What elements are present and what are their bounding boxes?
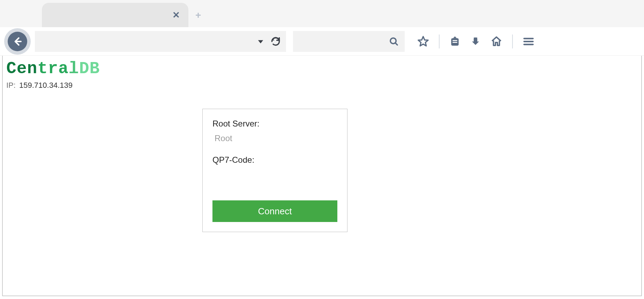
- page-viewport: CentralDB IP: 159.710.34.139 Root Server…: [2, 56, 642, 296]
- address-bar[interactable]: [35, 31, 286, 52]
- svg-marker-11: [472, 41, 479, 45]
- browser-toolbar: [0, 27, 644, 56]
- svg-rect-6: [452, 40, 457, 41]
- svg-line-3: [395, 43, 397, 45]
- toolbar-divider: [439, 34, 440, 48]
- ip-line: IP: 159.710.34.139: [6, 81, 638, 90]
- list-icon[interactable]: [449, 36, 460, 47]
- svg-marker-1: [258, 40, 263, 43]
- svg-rect-7: [452, 42, 457, 43]
- svg-rect-10: [474, 37, 477, 41]
- connect-button[interactable]: Connect: [212, 200, 337, 222]
- code-label: QP7-Code:: [212, 155, 337, 165]
- svg-marker-9: [453, 36, 457, 38]
- back-button-inner: [8, 32, 27, 51]
- close-icon[interactable]: ✕: [172, 10, 180, 21]
- app-logo: CentralDB: [6, 59, 638, 78]
- root-server-label: Root Server:: [212, 119, 337, 129]
- search-bar[interactable]: [293, 31, 405, 52]
- code-input[interactable]: [212, 168, 337, 187]
- svg-marker-4: [418, 36, 428, 46]
- browser-tab[interactable]: ✕: [42, 3, 188, 27]
- root-server-group: Root Server:: [212, 119, 337, 151]
- dropdown-icon[interactable]: [257, 38, 264, 45]
- new-tab-button[interactable]: +: [195, 10, 201, 21]
- toolbar-divider: [512, 34, 513, 48]
- menu-icon[interactable]: [523, 36, 534, 47]
- toolbar-icon-group: [417, 34, 534, 48]
- search-icon[interactable]: [389, 36, 399, 47]
- reload-icon[interactable]: [271, 37, 280, 46]
- tab-strip: ✕ +: [0, 0, 644, 27]
- back-button[interactable]: [4, 28, 31, 55]
- home-icon[interactable]: [491, 36, 502, 47]
- root-server-input[interactable]: [212, 131, 337, 151]
- browser-chrome: ✕ +: [0, 0, 644, 56]
- ip-value: 159.710.34.139: [19, 81, 73, 90]
- star-icon[interactable]: [417, 36, 429, 47]
- arrow-left-icon: [12, 36, 23, 47]
- login-card: Root Server: QP7-Code: Connect: [202, 109, 347, 232]
- download-icon[interactable]: [470, 36, 481, 47]
- code-group: QP7-Code:: [212, 155, 337, 187]
- ip-label: IP:: [6, 81, 16, 90]
